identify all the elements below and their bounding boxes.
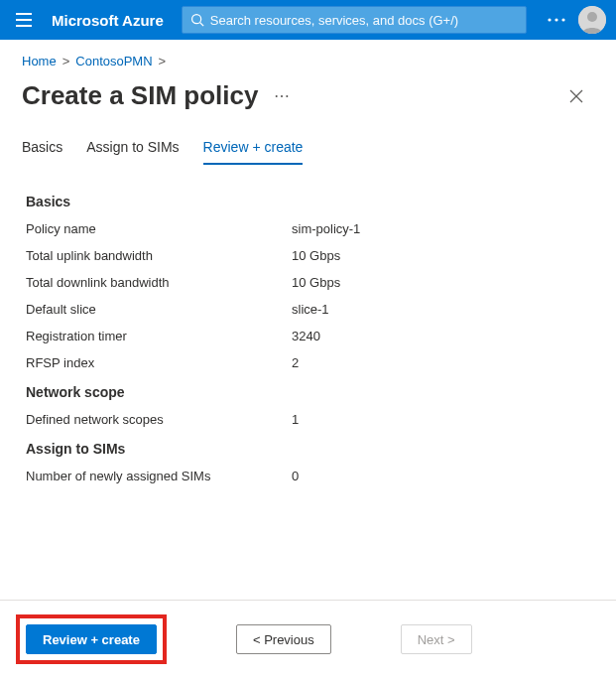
tab-assign[interactable]: Assign to SIMs bbox=[86, 139, 179, 165]
svg-point-7 bbox=[561, 18, 564, 21]
value-default-slice: slice-1 bbox=[292, 302, 592, 317]
title-more-icon[interactable]: ⋯ bbox=[274, 86, 291, 105]
svg-line-4 bbox=[199, 23, 203, 27]
previous-button[interactable]: < Previous bbox=[236, 624, 331, 654]
label-reg-timer: Registration timer bbox=[26, 329, 292, 343]
footer-bar: Review + create < Previous Next > bbox=[0, 600, 616, 680]
svg-rect-0 bbox=[16, 13, 32, 15]
label-policy-name: Policy name bbox=[26, 221, 292, 236]
menu-icon[interactable] bbox=[8, 4, 40, 36]
highlight-frame: Review + create bbox=[16, 614, 167, 664]
value-rfsp: 2 bbox=[292, 355, 592, 370]
global-search-input[interactable]: Search resources, services, and docs (G+… bbox=[182, 6, 527, 34]
tab-basics[interactable]: Basics bbox=[22, 139, 62, 165]
tab-review-create[interactable]: Review + create bbox=[203, 139, 304, 165]
breadcrumb: Home > ContosoPMN > bbox=[0, 40, 616, 74]
chevron-right-icon: > bbox=[62, 54, 70, 68]
section-heading-assign: Assign to SIMs bbox=[26, 441, 592, 457]
label-rfsp: RFSP index bbox=[26, 355, 292, 370]
page-title: Create a SIM policy bbox=[22, 80, 258, 111]
svg-point-6 bbox=[554, 18, 557, 21]
tabs: Basics Assign to SIMs Review + create bbox=[0, 121, 616, 166]
next-button: Next > bbox=[401, 624, 472, 654]
value-defined-scopes: 1 bbox=[292, 412, 592, 427]
search-icon bbox=[190, 13, 204, 27]
section-heading-network-scope: Network scope bbox=[26, 384, 592, 400]
svg-rect-2 bbox=[16, 25, 32, 27]
breadcrumb-item[interactable]: ContosoPMN bbox=[75, 54, 152, 68]
label-defined-scopes: Defined network scopes bbox=[26, 412, 292, 427]
breadcrumb-home[interactable]: Home bbox=[22, 54, 57, 68]
label-default-slice: Default slice bbox=[26, 302, 292, 317]
value-newly-assigned: 0 bbox=[292, 469, 592, 483]
chevron-right-icon: > bbox=[159, 54, 167, 68]
label-downlink: Total downlink bandwidth bbox=[26, 275, 292, 290]
title-bar: Create a SIM policy ⋯ bbox=[0, 74, 616, 121]
svg-point-3 bbox=[191, 15, 200, 24]
user-avatar[interactable] bbox=[578, 6, 606, 34]
value-policy-name: sim-policy-1 bbox=[292, 221, 592, 236]
close-icon[interactable] bbox=[562, 82, 590, 110]
value-downlink: 10 Gbps bbox=[292, 275, 592, 290]
brand-label[interactable]: Microsoft Azure bbox=[48, 12, 174, 29]
value-reg-timer: 3240 bbox=[292, 329, 592, 343]
more-icon[interactable] bbox=[541, 4, 572, 36]
review-create-button[interactable]: Review + create bbox=[26, 624, 157, 654]
svg-point-5 bbox=[548, 18, 551, 21]
review-content: Basics Policy name sim-policy-1 Total up… bbox=[0, 166, 616, 483]
section-heading-basics: Basics bbox=[26, 194, 592, 209]
top-navbar: Microsoft Azure Search resources, servic… bbox=[0, 0, 616, 40]
svg-point-9 bbox=[587, 12, 597, 22]
label-uplink: Total uplink bandwidth bbox=[26, 248, 292, 263]
label-newly-assigned: Number of newly assigned SIMs bbox=[26, 469, 292, 483]
search-placeholder: Search resources, services, and docs (G+… bbox=[210, 13, 458, 28]
value-uplink: 10 Gbps bbox=[292, 248, 592, 263]
svg-rect-1 bbox=[16, 19, 32, 21]
